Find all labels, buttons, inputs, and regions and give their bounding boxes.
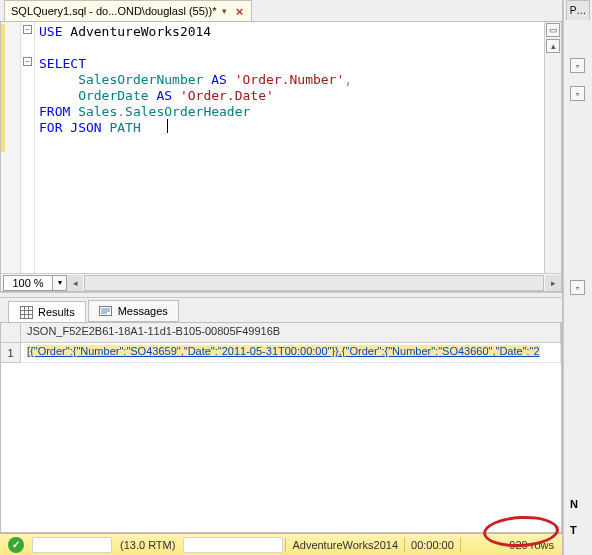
vertical-scrollbar[interactable]: ▭ ▴ [544,22,561,273]
grid-empty-area [1,363,561,532]
tab-label: Results [38,306,75,318]
document-tab-bar: SQLQuery1.sql - do...OND\douglasl (55))*… [0,0,562,22]
grid-icon [19,305,33,319]
check-icon: ✓ [8,537,24,553]
column-header[interactable]: JSON_F52E2B61-18A1-11d1-B105-00805F49916… [21,323,561,343]
change-marker [1,24,5,152]
divider [460,538,461,552]
table-row: 1 [{"Order":{"Number":"SO43659","Date":"… [1,343,561,363]
fold-toggle-icon[interactable]: − [23,57,32,66]
chevron-down-icon[interactable]: ▾ [222,6,227,16]
results-tab-bar: Results Messages [0,298,562,322]
panel-letter: T [570,524,577,536]
expand-icon[interactable]: ▫ [570,86,585,101]
editor-footer: 100 % ▾ ◂ ▸ [1,273,561,291]
text-caret [167,119,168,133]
document-tab[interactable]: SQLQuery1.sql - do...OND\douglasl (55))*… [4,0,252,21]
status-database: AdventureWorks2014 [286,534,404,555]
status-version: (13.0 RTM) [114,534,181,555]
fold-toggle-icon[interactable]: − [23,25,32,34]
scroll-right-icon[interactable]: ▸ [545,275,561,291]
panel-icon[interactable]: ▫ [570,280,585,295]
tab-label: Messages [118,305,168,317]
scroll-up-icon[interactable]: ▴ [546,39,560,53]
code-text-area[interactable]: USE AdventureWorks2014 SELECT SalesOrder… [35,22,544,273]
chevron-down-icon[interactable]: ▾ [53,275,67,291]
messages-icon [99,304,113,318]
panel-letter: N [570,498,578,510]
result-cell[interactable]: [{"Order":{"Number":"SO43659","Date":"20… [21,343,561,363]
editor-gutter [1,22,21,273]
status-server [32,537,112,553]
close-icon[interactable]: × [233,5,245,17]
collapse-icon[interactable]: ▫ [570,58,585,73]
tab-results[interactable]: Results [8,301,86,323]
side-panel-tab[interactable]: P… [566,0,590,20]
horizontal-scrollbar[interactable] [84,275,544,291]
row-header-corner[interactable] [1,323,21,343]
scroll-left-icon[interactable]: ◂ [67,275,83,291]
split-view-icon[interactable]: ▭ [546,23,560,37]
status-rowcount: 929 rows [503,534,560,555]
outline-bar: − − [21,22,35,273]
row-number[interactable]: 1 [1,343,21,363]
json-result-link[interactable]: [{"Order":{"Number":"SO43659","Date":"20… [27,345,540,357]
status-elapsed: 00:00:00 [405,534,460,555]
sql-editor: − − USE AdventureWorks2014 SELECT SalesO… [0,22,562,292]
zoom-level[interactable]: 100 % [3,275,53,291]
document-tab-title: SQLQuery1.sql - do...OND\douglasl (55))* [11,5,216,17]
status-bar: ✓ (13.0 RTM) AdventureWorks2014 00:00:00… [0,533,562,555]
svg-rect-0 [20,306,32,318]
status-login [183,537,283,553]
tab-messages[interactable]: Messages [88,300,179,322]
side-panel-collapsed: P… ▫ ▫ ▫ N T [563,0,592,555]
results-grid: JSON_F52E2B61-18A1-11d1-B105-00805F49916… [0,322,562,533]
